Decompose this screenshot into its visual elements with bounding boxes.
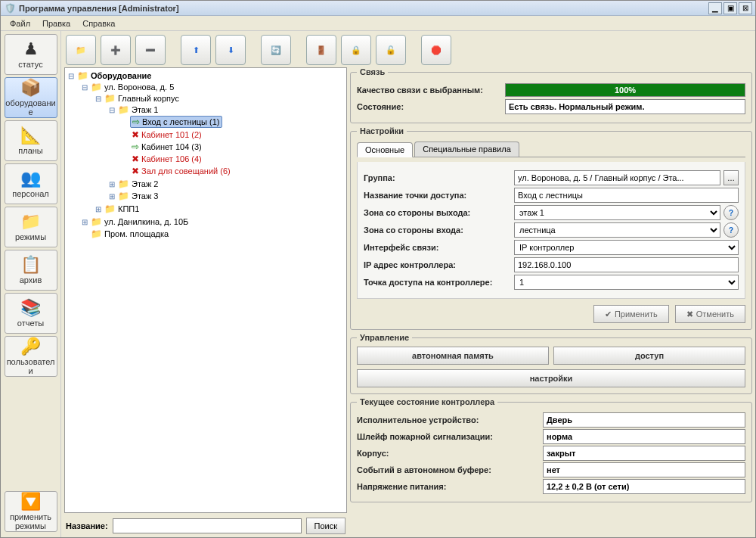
name-label: Название точки доступа: (364, 191, 511, 200)
ip-input[interactable] (514, 257, 739, 272)
tree-meeting[interactable]: ✖Зал для совещаний (6) (130, 166, 232, 176)
door-icon: ⇨ (132, 141, 139, 152)
lock-closed-icon: 🔒 (351, 45, 361, 55)
folder-icon: 📁 (91, 216, 102, 227)
zone-out-help-icon[interactable]: ? (723, 205, 739, 220)
maximize-icon[interactable]: ▣ (723, 2, 737, 14)
settings-tabs: Основные Специальные правила (357, 141, 745, 157)
chip-plus-icon: ➕ (110, 45, 121, 55)
tree-addr-1[interactable]: 📁ул. Воронова, д. 5 (89, 82, 175, 92)
sidebar-item-status[interactable]: ♟статус (5, 34, 57, 75)
tree-main-building[interactable]: 📁Главный корпус (103, 93, 181, 104)
tree-floor-1[interactable]: 📁Этаж 1 (116, 104, 160, 115)
group-field: ул. Воронова, д. 5 / Главный корпус / Эт… (514, 170, 720, 185)
tree-root[interactable]: 📁Оборудование (76, 70, 153, 81)
cancel-button[interactable]: ✖Отменить (675, 305, 745, 323)
unlock-button[interactable]: 🔓 (376, 35, 406, 65)
sidebar-item-plans[interactable]: 📐планы (5, 120, 57, 161)
settings-group: Настройки Основные Специальные правила Г… (350, 126, 752, 330)
equipment-tree[interactable]: ⊟📁Оборудование ⊟📁ул. Воронова, д. 5 ⊟📁Гл… (64, 67, 347, 513)
menu-edit[interactable]: Правка (36, 17, 76, 30)
folder-icon: 📁 (91, 82, 102, 92)
folder-icon: 📁 (20, 212, 41, 232)
folder-icon: 📁 (91, 229, 102, 239)
clipboard-icon: 📋 (20, 255, 41, 275)
apply-button[interactable]: ✔Применить (593, 305, 669, 323)
tree-floor-2[interactable]: 📁Этаж 2 (116, 179, 160, 189)
refresh-icon: 🔄 (271, 45, 281, 55)
toggle-icon[interactable]: ⊟ (68, 72, 76, 80)
minimize-icon[interactable]: ▁ (708, 2, 722, 14)
name-input[interactable] (514, 188, 739, 203)
search-button[interactable]: Поиск (306, 518, 345, 534)
minus-icon: ➖ (145, 45, 156, 55)
tree-prom[interactable]: 📁Пром. площадка (89, 229, 170, 239)
folder-icon: 📁 (77, 70, 88, 81)
delete-button[interactable]: ➖ (135, 35, 166, 65)
zone-in-select[interactable]: лестница (514, 222, 720, 238)
zone-in-help-icon[interactable]: ? (723, 222, 739, 238)
control-group: Управление автономная память доступ наст… (350, 333, 752, 394)
ip-label: IP адрес контроллера: (364, 260, 511, 269)
tree-floor-3[interactable]: 📁Этаж 3 (116, 191, 160, 201)
refresh-button[interactable]: 🔄 (261, 35, 291, 65)
window-title: Программа управления [Administrator] (19, 4, 707, 13)
move-up-button[interactable]: ⬆ (181, 35, 211, 65)
content-area: 📁 ➕ ➖ ⬆ ⬇ 🔄 🚪 🔒 🔓 🛑 (61, 31, 755, 537)
add-folder-button[interactable]: 📁 (66, 35, 96, 65)
zone-out-select[interactable]: этаж 1 (514, 205, 720, 220)
search-input[interactable] (113, 518, 302, 533)
sidebar-item-regimes[interactable]: 📁режимы (5, 207, 57, 247)
iface-select[interactable]: IP контроллер (514, 240, 739, 255)
settings-legend: Настройки (357, 126, 407, 135)
state-legend: Текущее состояние контроллера (357, 397, 497, 406)
tree-cab-106[interactable]: ✖Кабинет 106 (4) (130, 154, 203, 164)
link-state-value: Есть связь. Нормальный режим. (505, 99, 745, 114)
sidebar-item-reports[interactable]: 📚отчеты (5, 293, 57, 334)
lock-button[interactable]: 🔒 (341, 35, 371, 65)
people-icon: 👥 (20, 169, 41, 188)
tree-cab-104[interactable]: ⇨Кабинет 104 (3) (130, 141, 203, 152)
folder-icon: 📁 (118, 191, 129, 201)
tree-entry-stairs[interactable]: ⇨Вход с лестницы (1) (130, 116, 222, 128)
link-quality-bar: 100% (505, 83, 745, 97)
stop-icon: 🛑 (431, 45, 442, 55)
menu-file[interactable]: Файл (4, 17, 36, 30)
close-icon[interactable]: ⊠ (739, 2, 752, 14)
move-down-button[interactable]: ⬇ (215, 35, 246, 65)
sidebar-item-equipment[interactable]: 📦оборудование (5, 77, 57, 118)
sidebar-item-apply-regimes[interactable]: 🔽применить режимы (5, 491, 57, 532)
stop-button[interactable]: 🛑 (421, 35, 451, 65)
arrow-down-icon: ⬇ (228, 45, 234, 55)
door-icon: ⇨ (132, 117, 140, 127)
menu-help[interactable]: Справка (76, 17, 121, 30)
state-events-label: Событий в автономном буфере: (357, 465, 538, 474)
access-button[interactable]: доступ (553, 347, 745, 365)
sidebar-item-archive[interactable]: 📋архив (5, 250, 57, 291)
pawn-icon: ♟ (23, 39, 39, 59)
ctl-settings-button[interactable]: настройки (357, 369, 745, 387)
group-browse-button[interactable]: … (723, 170, 739, 185)
ruler-icon: 📐 (20, 126, 41, 145)
point-select[interactable]: 1 (514, 275, 739, 290)
open-door-button[interactable]: 🚪 (306, 35, 336, 65)
sidebar-item-users[interactable]: 🔑пользователи (5, 336, 57, 377)
state-body-label: Корпус: (357, 449, 538, 458)
tab-special-rules[interactable]: Специальные правила (414, 141, 519, 157)
add-device-button[interactable]: ➕ (101, 35, 131, 65)
auto-memory-button[interactable]: автономная память (357, 347, 549, 365)
key-icon: 🔑 (20, 337, 41, 356)
tab-main[interactable]: Основные (357, 142, 413, 157)
app-icon: 🛡️ (4, 2, 16, 14)
title-bar: 🛡️ Программа управления [Administrator] … (1, 1, 755, 16)
tree-kpp1[interactable]: 📁КПП1 (103, 204, 141, 214)
left-sidebar: ♟статус 📦оборудование 📐планы 👥персонал 📁… (1, 31, 61, 537)
state-device-label: Исполнительное устройство: (357, 415, 538, 424)
tree-cab-101[interactable]: ✖Кабинет 101 (2) (130, 129, 203, 140)
sidebar-item-personnel[interactable]: 👥персонал (5, 163, 57, 204)
toolbar: 📁 ➕ ➖ ⬆ ⬇ 🔄 🚪 🔒 🔓 🛑 (64, 33, 752, 67)
group-label: Группа: (364, 173, 511, 182)
state-device-value: Дверь (543, 412, 745, 428)
tree-addr-2[interactable]: 📁ул. Данилкина, д. 10Б (89, 216, 190, 227)
app-window: 🛡️ Программа управления [Administrator] … (0, 0, 756, 538)
